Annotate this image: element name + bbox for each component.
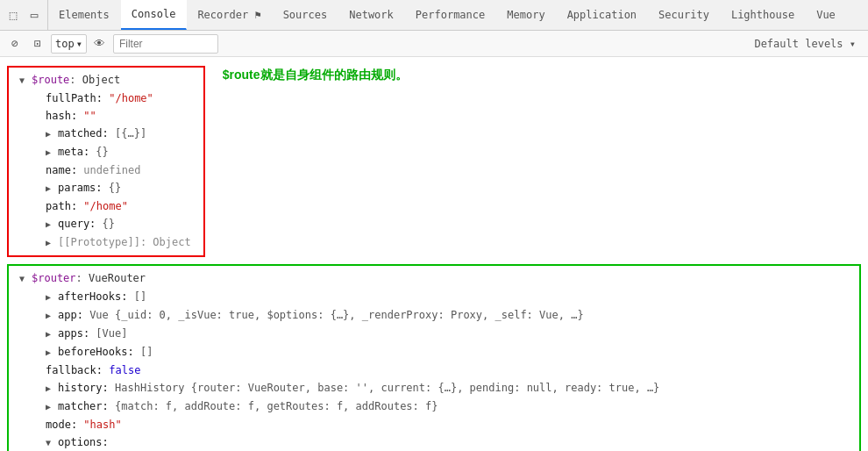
- tab-network[interactable]: Network: [338, 0, 405, 30]
- tab-console[interactable]: Console: [121, 0, 188, 30]
- route-type: Object: [82, 72, 120, 88]
- afterhooks-arrow[interactable]: ▶: [46, 290, 58, 305]
- tab-sources[interactable]: Sources: [273, 0, 339, 30]
- route-key: $route: [32, 72, 69, 88]
- matched-arrow[interactable]: ▶: [46, 126, 58, 142]
- tab-security[interactable]: Security: [648, 0, 721, 30]
- route-name-line: name: undefined: [14, 161, 198, 179]
- router-mode-line: mode: "hash": [14, 416, 859, 433]
- default-levels-button[interactable]: Default levels ▾: [747, 38, 863, 50]
- matcher-arrow[interactable]: ▶: [46, 399, 58, 415]
- router-header-line: ▼ $router : VueRouter: [14, 269, 859, 288]
- route-hash-line: hash: "": [14, 107, 198, 125]
- tab-application[interactable]: Application: [557, 0, 648, 30]
- route-fullpath-line: fullPath: "/home": [14, 89, 198, 107]
- tab-lighthouse[interactable]: Lighthouse: [721, 0, 806, 30]
- router-options-header-line: ▼ options:: [14, 433, 859, 451]
- route-prototype-line: ▶ [[Prototype]]: Object: [14, 233, 198, 252]
- route-section: ▼ $route : Object fullPath: "/home" hash…: [7, 66, 205, 257]
- router-fallback-line: fallback: false: [14, 362, 859, 379]
- router-apps-line: ▶ apps: [Vue]: [14, 325, 859, 343]
- tab-memory[interactable]: Memory: [496, 0, 556, 30]
- route-proto-arrow[interactable]: ▶: [46, 235, 58, 251]
- context-label: top: [55, 38, 75, 50]
- context-dropdown-icon: ▾: [76, 38, 82, 50]
- route-matched-line: ▶ matched: [{…}]: [14, 125, 198, 143]
- router-matcher-line: ▶ matcher: {match: f, addRoute: f, getRo…: [14, 397, 859, 416]
- options-arrow[interactable]: ▼: [46, 435, 58, 451]
- tab-performance[interactable]: Performance: [405, 0, 496, 30]
- query-arrow[interactable]: ▶: [46, 217, 58, 233]
- route-path-line: path: "/home": [14, 197, 198, 215]
- console-output: ▼ $route : Object fullPath: "/home" hash…: [0, 57, 868, 451]
- apps-arrow[interactable]: ▶: [46, 326, 58, 342]
- eye-icon[interactable]: 👁: [90, 34, 110, 54]
- beforehooks-arrow[interactable]: ▶: [46, 345, 58, 361]
- tab-icons: ⬚ ▭: [0, 0, 48, 30]
- device-icon[interactable]: ▭: [26, 7, 42, 23]
- router-afterhooks-line: ▶ afterHooks: []: [14, 288, 859, 306]
- tab-elements[interactable]: Elements: [48, 0, 121, 30]
- inspect-icon[interactable]: ⬚: [5, 7, 21, 23]
- context-selector[interactable]: top ▾: [51, 34, 87, 54]
- router-section: ▼ $router : VueRouter ▶ afterHooks: [] ▶…: [7, 264, 861, 451]
- history-arrow[interactable]: ▶: [46, 381, 58, 397]
- tab-bar: ⬚ ▭ Elements Console Recorder ⚑ Sources …: [0, 0, 868, 31]
- filter-input[interactable]: [113, 34, 218, 54]
- route-params-line: ▶ params: {}: [14, 179, 198, 197]
- params-arrow[interactable]: ▶: [46, 181, 58, 197]
- console-toolbar: ⊘ ⊡ top ▾ 👁 Default levels ▾: [0, 31, 868, 57]
- meta-arrow[interactable]: ▶: [46, 145, 58, 161]
- clear-console-icon[interactable]: ⊘: [5, 34, 25, 54]
- route-colon: :: [69, 72, 82, 88]
- router-collapse-arrow[interactable]: ▼: [19, 271, 32, 287]
- tab-vue[interactable]: Vue: [806, 0, 847, 30]
- filter-icon[interactable]: ⊡: [28, 34, 47, 54]
- router-beforehooks-line: ▶ beforeHooks: []: [14, 343, 859, 362]
- route-meta-line: ▶ meta: {}: [14, 143, 198, 161]
- router-history-line: ▶ history: HashHistory {router: VueRoute…: [14, 379, 859, 397]
- route-collapse-arrow[interactable]: ▼: [19, 73, 32, 89]
- route-query-line: ▶ query: {}: [14, 215, 198, 233]
- app-arrow[interactable]: ▶: [46, 308, 58, 324]
- router-app-line: ▶ app: Vue {_uid: 0, _isVue: true, $opti…: [14, 306, 859, 325]
- route-annotation: $route就是自身组件的路由规则。: [212, 61, 418, 90]
- tab-recorder[interactable]: Recorder ⚑: [187, 0, 272, 30]
